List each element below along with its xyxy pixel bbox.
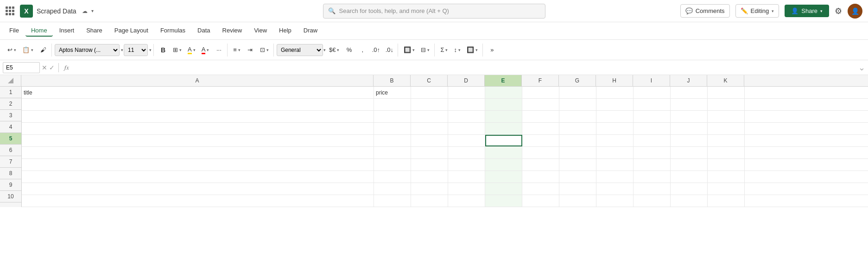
cell-j1[interactable] bbox=[671, 87, 708, 98]
font-selector[interactable]: Aptos Narrow (... bbox=[55, 44, 120, 56]
cell-e5[interactable] bbox=[485, 135, 522, 146]
cell-f8[interactable] bbox=[522, 171, 559, 183]
cell-f9[interactable] bbox=[522, 183, 559, 195]
row-num-1[interactable]: 1 bbox=[0, 87, 21, 98]
menu-item-file[interactable]: File bbox=[4, 25, 25, 37]
cell-g2[interactable] bbox=[559, 99, 596, 110]
clipboard-button[interactable]: 📋 ▾ bbox=[19, 44, 36, 57]
col-header-i[interactable]: I bbox=[633, 75, 670, 86]
cell-g3[interactable] bbox=[559, 111, 596, 122]
expand-button[interactable]: » bbox=[486, 44, 499, 57]
cell-g4[interactable] bbox=[559, 123, 596, 134]
menu-item-view[interactable]: View bbox=[248, 25, 272, 37]
cell-i9[interactable] bbox=[634, 183, 671, 195]
cell-c4[interactable] bbox=[411, 123, 448, 134]
col-header-c[interactable]: C bbox=[411, 75, 448, 86]
conditional-format-button[interactable]: 🔲 ▾ bbox=[401, 44, 418, 57]
row-num-3[interactable]: 3 bbox=[0, 110, 21, 121]
find-button[interactable]: 🔲 ▾ bbox=[464, 44, 481, 57]
row-num-10[interactable]: 10 bbox=[0, 191, 21, 202]
cell-d4[interactable] bbox=[448, 123, 485, 134]
cell-e4[interactable] bbox=[485, 123, 522, 134]
cell-c2[interactable] bbox=[411, 99, 448, 110]
cell-h3[interactable] bbox=[596, 111, 634, 122]
cell-h2[interactable] bbox=[596, 99, 634, 110]
cell-a2[interactable] bbox=[22, 99, 374, 110]
cell-a9[interactable] bbox=[22, 183, 374, 195]
wrap-button[interactable]: ⇥ bbox=[244, 44, 257, 57]
cell-h7[interactable] bbox=[596, 159, 634, 171]
col-header-f[interactable]: F bbox=[522, 75, 559, 86]
cell-c7[interactable] bbox=[411, 159, 448, 171]
cell-a8[interactable] bbox=[22, 171, 374, 183]
row-num-2[interactable]: 2 bbox=[0, 98, 21, 110]
app-grid-icon[interactable] bbox=[6, 6, 14, 15]
cell-c8[interactable] bbox=[411, 171, 448, 183]
cell-d6[interactable] bbox=[448, 147, 485, 158]
cell-b1[interactable]: price bbox=[374, 87, 411, 98]
cell-i7[interactable] bbox=[634, 159, 671, 171]
cell-d9[interactable] bbox=[448, 183, 485, 195]
cell-g10[interactable] bbox=[559, 195, 596, 207]
increase-decimal-button[interactable]: .0↑ bbox=[369, 44, 382, 57]
cell-e6[interactable] bbox=[485, 147, 522, 158]
cell-k5[interactable] bbox=[708, 135, 745, 146]
align-button[interactable]: ≡ ▾ bbox=[230, 44, 243, 57]
avatar[interactable]: 👤 bbox=[848, 4, 862, 19]
cell-i1[interactable] bbox=[634, 87, 671, 98]
col-header-k[interactable]: K bbox=[707, 75, 744, 86]
cell-j4[interactable] bbox=[671, 123, 708, 134]
cell-a6[interactable] bbox=[22, 147, 374, 158]
fill-color-button[interactable]: A ▾ bbox=[185, 44, 198, 57]
row-num-6[interactable]: 6 bbox=[0, 145, 21, 156]
cell-f7[interactable] bbox=[522, 159, 559, 171]
cell-f2[interactable] bbox=[522, 99, 559, 110]
cell-k7[interactable] bbox=[708, 159, 745, 171]
currency-button[interactable]: $€ ▾ bbox=[326, 44, 342, 57]
cell-b7[interactable] bbox=[374, 159, 411, 171]
cell-b10[interactable] bbox=[374, 195, 411, 207]
cell-f4[interactable] bbox=[522, 123, 559, 134]
cell-b4[interactable] bbox=[374, 123, 411, 134]
cell-h5[interactable] bbox=[596, 135, 634, 146]
cell-j2[interactable] bbox=[671, 99, 708, 110]
col-header-d[interactable]: D bbox=[448, 75, 485, 86]
comma-button[interactable]: , bbox=[356, 44, 369, 57]
borders-button[interactable]: ⊞ ▾ bbox=[170, 44, 184, 57]
cell-b5[interactable] bbox=[374, 135, 411, 146]
col-header-a[interactable]: A bbox=[21, 75, 374, 86]
cell-k4[interactable] bbox=[708, 123, 745, 134]
cell-d10[interactable] bbox=[448, 195, 485, 207]
cell-e8[interactable] bbox=[485, 171, 522, 183]
cell-g6[interactable] bbox=[559, 147, 596, 158]
settings-icon[interactable]: ⚙ bbox=[835, 6, 842, 16]
title-chevron-icon[interactable]: ▾ bbox=[91, 8, 94, 13]
cell-j3[interactable] bbox=[671, 111, 708, 122]
cell-e2[interactable] bbox=[485, 99, 522, 110]
cell-d7[interactable] bbox=[448, 159, 485, 171]
sort-filter-button[interactable]: ↕ ▾ bbox=[451, 44, 463, 57]
number-format-selector[interactable]: General bbox=[277, 44, 323, 56]
cell-a1[interactable]: title bbox=[22, 87, 374, 98]
cell-f6[interactable] bbox=[522, 147, 559, 158]
decrease-decimal-button[interactable]: .0↓ bbox=[383, 44, 396, 57]
col-header-b[interactable]: B bbox=[374, 75, 411, 86]
cell-d5[interactable] bbox=[448, 135, 485, 146]
font-color-button[interactable]: A ▾ bbox=[199, 44, 212, 57]
font-size-selector[interactable]: 11 bbox=[124, 44, 148, 56]
more-button[interactable]: ··· bbox=[212, 44, 225, 57]
cell-g9[interactable] bbox=[559, 183, 596, 195]
cell-k2[interactable] bbox=[708, 99, 745, 110]
cell-reference-box[interactable]: E5 bbox=[3, 62, 40, 73]
cell-b3[interactable] bbox=[374, 111, 411, 122]
cell-k3[interactable] bbox=[708, 111, 745, 122]
cell-a10[interactable] bbox=[22, 195, 374, 207]
cell-c1[interactable] bbox=[411, 87, 448, 98]
menu-item-insert[interactable]: Insert bbox=[54, 25, 80, 37]
cell-j6[interactable] bbox=[671, 147, 708, 158]
cell-i5[interactable] bbox=[634, 135, 671, 146]
cell-b6[interactable] bbox=[374, 147, 411, 158]
cell-e10[interactable] bbox=[485, 195, 522, 207]
cell-i2[interactable] bbox=[634, 99, 671, 110]
cell-c10[interactable] bbox=[411, 195, 448, 207]
